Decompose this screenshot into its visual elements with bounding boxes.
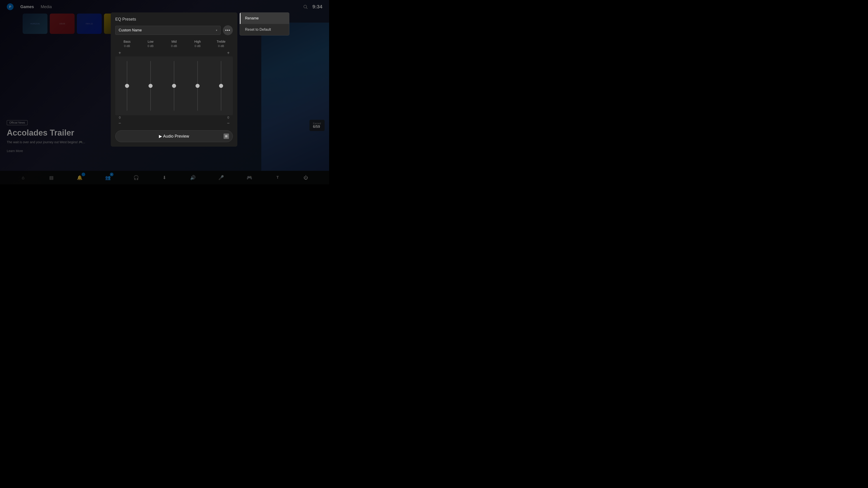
- slider-track-low[interactable]: [150, 61, 151, 111]
- band-label-bass: Bass: [118, 40, 136, 43]
- slider-low[interactable]: [150, 59, 151, 113]
- audio-preview-button[interactable]: ▶ Audio Preview: [115, 130, 233, 142]
- band-label-mid: Mid: [165, 40, 183, 43]
- slider-track-mid[interactable]: [174, 61, 174, 111]
- plus-right-icon[interactable]: +: [226, 50, 230, 57]
- dropdown-arrow-icon: ▾: [216, 29, 217, 32]
- eq-db-values: 0 dB 0 dB 0 dB 0 dB 0 dB: [115, 44, 233, 48]
- slider-high[interactable]: [197, 59, 198, 113]
- plus-row: + +: [115, 50, 233, 57]
- eq-preset-row: Custom Name ▾ •••: [115, 25, 233, 35]
- minus-right-icon[interactable]: −: [226, 120, 230, 127]
- band-db-mid: 0 dB: [165, 44, 183, 48]
- minus-row: − −: [115, 120, 233, 127]
- band-label-low: Low: [142, 40, 160, 43]
- context-menu-rename[interactable]: Rename: [240, 13, 289, 24]
- eq-band-labels: Bass Low Mid High Treble: [115, 40, 233, 43]
- eq-title: EQ Presets: [115, 17, 233, 22]
- eq-modal: EQ Presets Custom Name ▾ ••• Bass Low Mi…: [111, 12, 237, 147]
- eq-preset-name: Custom Name: [119, 28, 142, 32]
- slider-thumb-mid[interactable]: [172, 84, 176, 88]
- slider-thumb-bass[interactable]: [125, 84, 129, 88]
- svg-rect-2: [225, 135, 227, 137]
- zero-row: 0 0: [115, 115, 233, 120]
- slider-mid[interactable]: [174, 59, 174, 113]
- slider-thumb-treble[interactable]: [219, 84, 223, 88]
- context-menu: Rename Reset to Default: [240, 12, 289, 35]
- band-label-treble: Treble: [212, 40, 230, 43]
- slider-bass[interactable]: [127, 59, 127, 113]
- band-db-bass: 0 dB: [118, 44, 136, 48]
- slider-track-high[interactable]: [197, 61, 198, 111]
- slider-track-bass[interactable]: [127, 61, 127, 111]
- slider-track-treble[interactable]: [221, 61, 221, 111]
- slider-thumb-low[interactable]: [149, 84, 153, 88]
- band-db-treble: 0 dB: [212, 44, 230, 48]
- plus-left-icon[interactable]: +: [118, 50, 122, 57]
- zero-left-label: 0: [118, 116, 122, 119]
- eq-sliders-container: [115, 57, 233, 115]
- slider-thumb-high[interactable]: [195, 84, 199, 88]
- audio-stop-icon[interactable]: [223, 133, 229, 139]
- zero-right-label: 0: [226, 116, 230, 119]
- eq-more-button[interactable]: •••: [223, 25, 233, 35]
- context-menu-reset[interactable]: Reset to Default: [240, 24, 289, 35]
- minus-left-icon[interactable]: −: [118, 120, 122, 127]
- stop-icon-svg: [225, 135, 228, 138]
- band-db-high: 0 dB: [188, 44, 207, 48]
- band-label-high: High: [188, 40, 207, 43]
- band-db-low: 0 dB: [142, 44, 160, 48]
- eq-preset-select[interactable]: Custom Name ▾: [115, 26, 221, 35]
- slider-treble[interactable]: [221, 59, 221, 113]
- audio-preview-text: ▶ Audio Preview: [159, 134, 189, 139]
